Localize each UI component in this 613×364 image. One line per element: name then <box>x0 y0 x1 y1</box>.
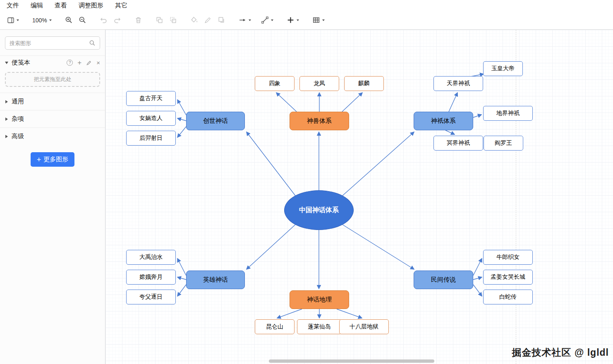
horizontal-scrollbar[interactable] <box>269 359 434 363</box>
menu-extras[interactable]: 其它 <box>115 2 127 10</box>
format-panel-button[interactable] <box>6 15 20 26</box>
shadow-icon <box>218 16 225 24</box>
add-icon[interactable] <box>77 60 81 66</box>
node-penglai[interactable]: 蓬莱仙岛 <box>297 319 342 334</box>
section-label: 通用 <box>12 98 24 105</box>
zoom-in-button[interactable] <box>64 14 74 26</box>
delete-button[interactable] <box>133 14 144 26</box>
node-yanluo[interactable]: 阎罗王 <box>484 136 523 151</box>
undo-button[interactable] <box>98 14 109 26</box>
waypoint-style-button[interactable] <box>260 14 275 26</box>
node-kuafu[interactable]: 夸父逐日 <box>126 290 176 304</box>
diagram-canvas[interactable]: 中国神话体系 创世神话 神兽体系 神祇体系 英雄神话 神话地理 民间传说 盘古开… <box>105 30 613 364</box>
expand-arrow-icon <box>5 100 8 103</box>
plus-icon <box>287 16 295 24</box>
zoom-value: 100% <box>32 17 47 24</box>
node-houyi[interactable]: 后羿射日 <box>126 131 176 146</box>
zoom-in-icon <box>65 16 73 24</box>
to-front-button[interactable] <box>154 14 165 26</box>
node-dayu[interactable]: 大禹治水 <box>126 250 176 265</box>
chevron-down-icon <box>322 19 325 21</box>
shadow-button[interactable] <box>216 14 227 26</box>
sidebar-section-advanced[interactable]: 高级 <box>0 127 105 145</box>
arrow-right-icon <box>239 16 247 24</box>
node-myth-geography[interactable]: 神话地理 <box>290 290 349 309</box>
node-underworld-deities[interactable]: 冥界神祇 <box>433 136 483 151</box>
more-shapes-label: 更多图形 <box>43 156 68 163</box>
line-color-button[interactable] <box>203 14 213 26</box>
scratchpad-header[interactable]: 便笺本 <box>0 55 105 69</box>
node-earth-deities[interactable]: 地界神祇 <box>483 106 533 121</box>
layout-icon <box>7 17 14 24</box>
search-shapes-input[interactable] <box>5 36 100 50</box>
menu-edit[interactable]: 编辑 <box>31 2 43 10</box>
redo-button[interactable] <box>112 14 122 26</box>
help-icon[interactable] <box>67 60 73 66</box>
node-heaven-deities[interactable]: 天界神祇 <box>433 76 483 91</box>
pencil-icon <box>204 16 212 24</box>
node-creation-myths[interactable]: 创世神话 <box>186 112 245 130</box>
sidebar-section-general[interactable]: 通用 <box>0 93 105 110</box>
zoom-out-button[interactable] <box>77 14 88 26</box>
scratchpad-title: 便笺本 <box>12 59 30 67</box>
node-change[interactable]: 嫦娥奔月 <box>126 270 176 285</box>
node-dragon-phoenix[interactable]: 龙凤 <box>299 76 339 91</box>
node-folk-legends[interactable]: 民间传说 <box>414 271 473 289</box>
chevron-down-icon <box>297 19 299 21</box>
plus-icon <box>37 157 41 163</box>
node-cowherd-weaver[interactable]: 牛郎织女 <box>483 250 533 265</box>
to-front-icon <box>156 16 163 24</box>
menu-view[interactable]: 查看 <box>55 2 67 10</box>
zoom-out-icon <box>79 16 86 24</box>
close-icon[interactable] <box>96 60 100 66</box>
trash-icon <box>134 16 142 24</box>
zoom-dropdown[interactable]: 100% <box>31 15 53 25</box>
table-icon <box>312 16 320 24</box>
fill-color-button[interactable] <box>189 14 199 26</box>
fill-color-icon <box>190 16 198 24</box>
menubar: 文件 编辑 查看 调整图形 其它 <box>0 0 613 11</box>
menu-file[interactable]: 文件 <box>7 2 19 10</box>
node-hero-myths[interactable]: 英雄神话 <box>186 271 245 289</box>
table-button[interactable] <box>311 14 326 26</box>
node-hell-eighteen-levels[interactable]: 十八层地狱 <box>339 319 389 334</box>
chevron-down-icon <box>17 19 19 21</box>
to-back-icon <box>169 16 177 24</box>
node-mythical-beasts[interactable]: 神兽体系 <box>290 112 349 130</box>
expand-arrow-icon <box>5 117 8 121</box>
toolbar: 100% <box>0 11 613 30</box>
chevron-down-icon <box>49 19 52 21</box>
search-icon <box>89 40 96 47</box>
chevron-down-icon <box>249 19 251 21</box>
node-jade-emperor[interactable]: 玉皇大帝 <box>483 61 523 76</box>
section-label: 杂项 <box>12 115 24 123</box>
node-white-snake[interactable]: 白蛇传 <box>483 290 533 304</box>
node-nuwa[interactable]: 女娲造人 <box>126 111 176 126</box>
drop-hint-label: 把元素拖至此处 <box>34 76 72 83</box>
insert-button[interactable] <box>285 14 300 26</box>
node-center-chinese-mythology[interactable]: 中国神话体系 <box>284 190 354 230</box>
shapes-sidebar: 便笺本 把元素拖至此处 通用 杂项 高级 更多图形 <box>0 30 105 364</box>
node-pangu[interactable]: 盘古开天 <box>126 91 176 106</box>
node-kunlun[interactable]: 昆仑山 <box>255 319 295 334</box>
node-deity-system[interactable]: 神祇体系 <box>414 112 473 130</box>
connection-style-button[interactable] <box>237 14 252 26</box>
more-shapes-button[interactable]: 更多图形 <box>31 152 75 167</box>
scratchpad-drop-area[interactable]: 把元素拖至此处 <box>5 72 100 87</box>
menu-arrange[interactable]: 调整图形 <box>79 2 103 10</box>
node-four-symbols[interactable]: 四象 <box>255 76 295 91</box>
collapse-arrow-icon <box>5 62 8 64</box>
to-back-button[interactable] <box>168 14 178 26</box>
node-mengjiangnu[interactable]: 孟姜女哭长城 <box>483 270 533 285</box>
chevron-down-icon <box>271 19 273 21</box>
diagonal-line-icon <box>261 16 269 24</box>
edit-pencil-icon[interactable] <box>86 60 92 66</box>
node-qilin[interactable]: 麒麟 <box>344 76 384 91</box>
watermark-text: 掘金技术社区 @ lgldl <box>512 346 609 359</box>
undo-icon <box>100 16 108 24</box>
redo-icon <box>113 16 121 24</box>
sidebar-section-misc[interactable]: 杂项 <box>0 110 105 127</box>
section-label: 高级 <box>12 132 24 140</box>
expand-arrow-icon <box>5 135 8 138</box>
